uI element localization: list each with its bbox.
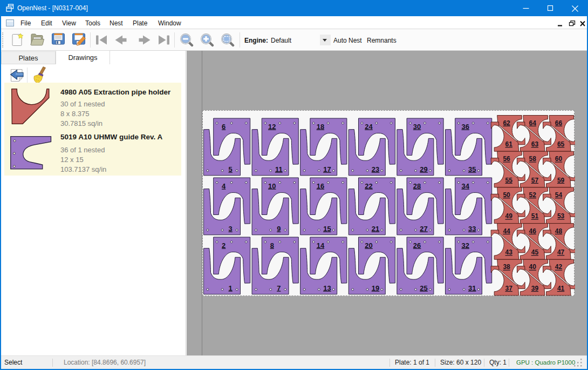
svg-text:44: 44 bbox=[503, 227, 510, 235]
svg-text:54: 54 bbox=[555, 191, 563, 199]
svg-text:20: 20 bbox=[365, 241, 372, 250]
svg-text:30: 30 bbox=[413, 123, 421, 131]
svg-text:47: 47 bbox=[557, 248, 565, 256]
svg-text:59: 59 bbox=[557, 177, 565, 184]
svg-text:18: 18 bbox=[317, 123, 324, 131]
svg-text:58: 58 bbox=[529, 155, 537, 163]
svg-text:25: 25 bbox=[420, 284, 427, 292]
svg-text:17: 17 bbox=[323, 165, 331, 173]
svg-text:21: 21 bbox=[372, 225, 379, 233]
svg-text:4: 4 bbox=[222, 182, 226, 190]
svg-text:52: 52 bbox=[529, 191, 537, 199]
svg-text:29: 29 bbox=[420, 165, 427, 173]
svg-text:64: 64 bbox=[529, 119, 537, 127]
svg-text:51: 51 bbox=[531, 213, 539, 220]
svg-text:42: 42 bbox=[555, 264, 563, 271]
svg-text:34: 34 bbox=[461, 182, 469, 190]
svg-text:14: 14 bbox=[317, 241, 325, 250]
svg-text:23: 23 bbox=[372, 165, 379, 173]
svg-text:28: 28 bbox=[413, 182, 421, 190]
svg-text:53: 53 bbox=[557, 213, 565, 220]
svg-text:56: 56 bbox=[503, 155, 510, 163]
svg-text:5: 5 bbox=[229, 165, 233, 173]
svg-text:62: 62 bbox=[503, 119, 510, 127]
svg-text:38: 38 bbox=[503, 264, 510, 271]
svg-text:65: 65 bbox=[557, 140, 565, 148]
svg-text:19: 19 bbox=[372, 284, 379, 292]
svg-text:32: 32 bbox=[461, 241, 469, 250]
svg-text:55: 55 bbox=[505, 177, 513, 184]
svg-text:10: 10 bbox=[268, 182, 276, 190]
svg-text:43: 43 bbox=[505, 248, 513, 256]
svg-text:11: 11 bbox=[275, 165, 283, 173]
svg-text:45: 45 bbox=[531, 248, 539, 256]
svg-text:66: 66 bbox=[555, 119, 563, 127]
svg-text:12: 12 bbox=[268, 123, 276, 131]
svg-text:36: 36 bbox=[461, 123, 469, 131]
svg-text:16: 16 bbox=[317, 182, 324, 190]
svg-text:46: 46 bbox=[529, 227, 537, 235]
svg-text:57: 57 bbox=[531, 177, 539, 184]
svg-text:39: 39 bbox=[531, 285, 539, 292]
svg-text:26: 26 bbox=[413, 241, 421, 250]
svg-text:60: 60 bbox=[555, 155, 563, 163]
svg-text:24: 24 bbox=[365, 123, 373, 131]
svg-text:40: 40 bbox=[529, 264, 537, 271]
svg-text:48: 48 bbox=[555, 227, 563, 235]
svg-text:8: 8 bbox=[270, 241, 274, 250]
svg-text:7: 7 bbox=[277, 284, 281, 292]
svg-text:9: 9 bbox=[277, 225, 281, 233]
svg-text:3: 3 bbox=[229, 225, 233, 233]
svg-text:31: 31 bbox=[468, 284, 476, 292]
svg-text:37: 37 bbox=[505, 285, 513, 292]
svg-text:22: 22 bbox=[365, 182, 372, 190]
svg-text:27: 27 bbox=[420, 225, 427, 233]
svg-text:15: 15 bbox=[323, 225, 331, 233]
svg-text:63: 63 bbox=[531, 140, 539, 148]
svg-text:50: 50 bbox=[503, 191, 510, 199]
svg-text:41: 41 bbox=[557, 285, 565, 292]
svg-text:35: 35 bbox=[468, 165, 476, 173]
svg-text:61: 61 bbox=[505, 140, 513, 148]
svg-text:49: 49 bbox=[505, 213, 513, 220]
svg-text:13: 13 bbox=[323, 284, 331, 292]
svg-text:6: 6 bbox=[222, 123, 225, 131]
svg-text:2: 2 bbox=[222, 241, 225, 250]
svg-text:33: 33 bbox=[468, 225, 476, 233]
svg-text:1: 1 bbox=[229, 284, 233, 292]
